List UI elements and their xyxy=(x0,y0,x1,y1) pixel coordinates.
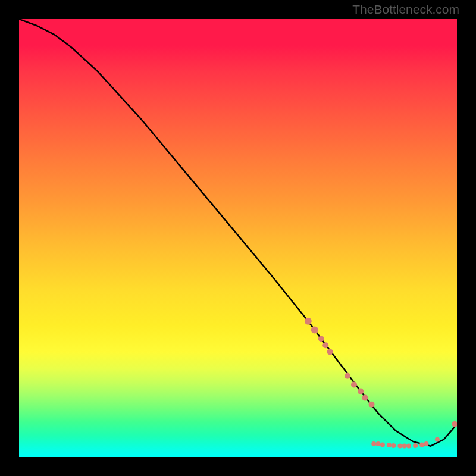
marker-point xyxy=(376,441,381,446)
marker-point xyxy=(452,421,457,427)
curve-line xyxy=(19,19,457,446)
marker-point xyxy=(419,442,424,447)
marker-point xyxy=(371,441,376,446)
marker-point xyxy=(391,443,396,448)
marker-point xyxy=(406,444,411,449)
marker-point xyxy=(358,389,364,394)
marker-point xyxy=(402,444,407,449)
watermark-text: TheBottleneck.com xyxy=(352,2,459,17)
data-markers xyxy=(305,318,457,449)
marker-point xyxy=(424,441,429,446)
marker-point xyxy=(362,395,368,401)
marker-point xyxy=(322,342,328,348)
marker-point xyxy=(369,402,375,408)
marker-point xyxy=(413,443,418,448)
marker-point xyxy=(311,327,318,334)
marker-point xyxy=(318,336,324,342)
marker-point xyxy=(327,349,333,355)
marker-point xyxy=(387,443,392,447)
marker-point xyxy=(435,437,440,442)
marker-point xyxy=(351,382,357,388)
curve-path xyxy=(19,19,457,446)
marker-point xyxy=(380,442,385,447)
marker-point xyxy=(345,373,350,379)
chart-plot-area xyxy=(19,19,457,457)
chart-svg xyxy=(19,19,457,457)
marker-point xyxy=(397,444,402,449)
marker-point xyxy=(305,318,312,325)
